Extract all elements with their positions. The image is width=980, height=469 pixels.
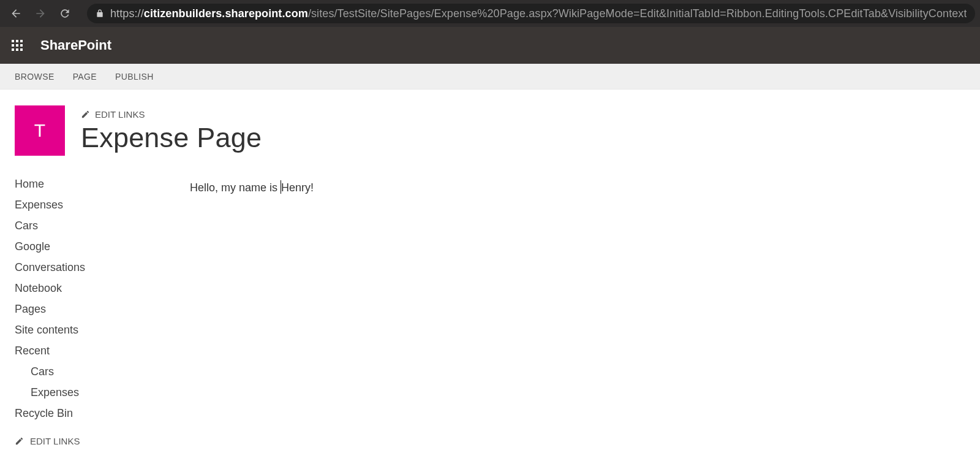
- left-navigation: HomeExpensesCarsGoogleConversationsNoteb…: [15, 178, 162, 446]
- page-title: Expense Page: [81, 122, 262, 154]
- url-text: https://citizenbuilders.sharepoint.com/s…: [110, 7, 967, 20]
- ribbon-tabs: BROWSE PAGE PUBLISH: [0, 64, 980, 90]
- nav-item[interactable]: Pages: [15, 303, 162, 316]
- nav-item[interactable]: Expenses: [15, 199, 162, 212]
- browser-back-button[interactable]: [5, 2, 27, 25]
- ribbon-tab-publish[interactable]: PUBLISH: [115, 72, 154, 82]
- body-text-before: Hello, my name is: [190, 181, 281, 194]
- reload-icon: [59, 7, 71, 20]
- ribbon-tab-page[interactable]: PAGE: [73, 72, 97, 82]
- edit-links-bottom-label: EDIT LINKS: [30, 436, 80, 446]
- url-path: /sites/TestSite/SitePages/Expense%20Page…: [308, 7, 967, 20]
- ribbon-tab-browse[interactable]: BROWSE: [15, 72, 55, 82]
- nav-item[interactable]: Home: [15, 178, 162, 191]
- nav-list: HomeExpensesCarsGoogleConversationsNoteb…: [15, 178, 162, 420]
- nav-item[interactable]: Conversations: [15, 261, 162, 274]
- browser-forward-button[interactable]: [29, 2, 51, 25]
- arrow-left-icon: [10, 7, 22, 20]
- nav-item[interactable]: Notebook: [15, 282, 162, 295]
- app-launcher-button[interactable]: [5, 33, 29, 58]
- site-logo-letter: T: [34, 120, 45, 141]
- browser-url-bar[interactable]: https://citizenbuilders.sharepoint.com/s…: [87, 4, 975, 23]
- main-columns: HomeExpensesCarsGoogleConversationsNoteb…: [0, 156, 980, 446]
- body-text-after: Henry!: [281, 181, 314, 194]
- sharepoint-header: SharePoint: [0, 27, 980, 64]
- nav-item[interactable]: Cars: [15, 219, 162, 232]
- nav-item[interactable]: Cars: [15, 365, 162, 378]
- lock-icon: [96, 9, 104, 18]
- nav-item[interactable]: Google: [15, 240, 162, 253]
- nav-item[interactable]: Recent: [15, 345, 162, 357]
- page-body-editor[interactable]: Hello, my name is Henry!: [190, 178, 965, 446]
- nav-item[interactable]: Site contents: [15, 324, 162, 337]
- arrow-right-icon: [34, 7, 47, 20]
- sharepoint-brand[interactable]: SharePoint: [40, 37, 111, 53]
- url-protocol: https://: [110, 7, 144, 20]
- page-header-row: T EDIT LINKS Expense Page: [0, 90, 980, 156]
- edit-links-top-label: EDIT LINKS: [95, 109, 145, 120]
- nav-item[interactable]: Recycle Bin: [15, 407, 162, 420]
- browser-toolbar: https://citizenbuilders.sharepoint.com/s…: [0, 0, 980, 27]
- url-host: citizenbuilders.sharepoint.com: [144, 7, 308, 20]
- pencil-icon: [15, 437, 24, 446]
- nav-item[interactable]: Expenses: [15, 386, 162, 399]
- edit-links-top[interactable]: EDIT LINKS: [81, 109, 262, 120]
- site-logo[interactable]: T: [15, 105, 65, 156]
- waffle-icon: [12, 40, 23, 51]
- pencil-icon: [81, 110, 90, 119]
- edit-links-bottom[interactable]: EDIT LINKS: [15, 436, 162, 446]
- browser-reload-button[interactable]: [54, 2, 76, 25]
